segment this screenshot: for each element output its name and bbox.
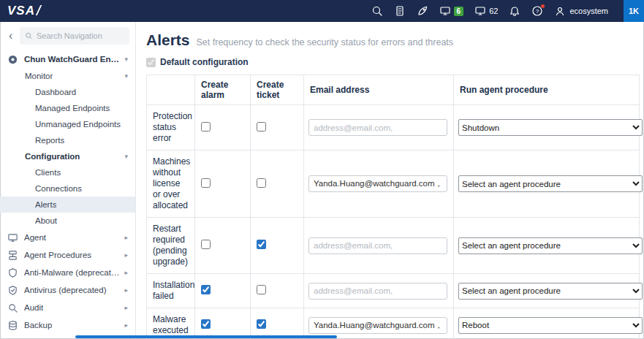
sidebar-item-dashboard[interactable]: Dashboard (0, 84, 135, 100)
table-row-malware-executed: Malware executed Reboot (147, 308, 640, 339)
row-label: Machines without license or over allocat… (147, 151, 195, 218)
email-input[interactable] (308, 175, 447, 192)
sidebar-item-monitor[interactable]: Monitor ▾ (0, 68, 135, 84)
magnifier-icon (7, 302, 18, 313)
header-run-agent-procedure: Run agent procedure (454, 75, 640, 105)
create-ticket-checkbox[interactable] (257, 122, 266, 132)
topbar: VSA 6 62 (0, 0, 644, 22)
chevron-right-icon: ▸ (120, 251, 128, 259)
online-count-badge: 6 (454, 7, 464, 16)
sidebar-item-unmanaged-endpoints[interactable]: Unmanaged Endpoints (0, 116, 135, 132)
sidebar-item-agent[interactable]: Agent ▸ (0, 229, 135, 246)
sidebar-item-configuration[interactable]: Configuration ▾ (0, 148, 135, 164)
agent-procedure-select[interactable]: Select an agent procedure (458, 175, 643, 192)
header-create-alarm: Create alarm (195, 75, 251, 105)
create-alarm-checkbox[interactable] (201, 319, 211, 329)
row-label: Restart required (pending upgrade) (147, 218, 195, 274)
monitor-icon (7, 232, 18, 243)
create-ticket-checkbox[interactable] (257, 178, 266, 188)
vsa-logo: VSA (7, 4, 39, 18)
help-icon[interactable]: ? (531, 5, 543, 17)
bell-icon[interactable] (509, 5, 520, 17)
chevron-down-icon: ▾ (120, 72, 128, 80)
launch-icon[interactable] (417, 5, 428, 17)
sidebar-item-alerts[interactable]: Alerts (0, 197, 135, 213)
email-input[interactable] (308, 237, 447, 254)
table-row-protection-status-error: Protection status error Shutdown (147, 105, 640, 151)
create-alarm-checkbox[interactable] (201, 240, 211, 249)
agent-procedure-select[interactable]: Reboot (458, 317, 643, 334)
user-menu[interactable]: ecosystem (554, 5, 608, 17)
tenant-badge[interactable]: 1K (624, 0, 644, 22)
chevron-right-icon: ▸ (120, 286, 128, 294)
row-label: Malware executed (147, 308, 195, 339)
create-ticket-checkbox[interactable] (257, 240, 266, 249)
document-icon[interactable] (394, 5, 406, 17)
create-ticket-checkbox[interactable] (257, 319, 266, 329)
sidebar-item-agent-procedures[interactable]: Agent Procedures ▸ (0, 246, 135, 264)
shield-check-icon (7, 285, 18, 296)
user-icon (554, 5, 566, 17)
vsa-app: VSA 6 62 (0, 0, 644, 339)
sidebar-search (20, 27, 129, 45)
agents-total-counter[interactable]: 62 (474, 5, 498, 17)
user-label: ecosystem (569, 7, 608, 15)
sidebar-item-managed-endpoints[interactable]: Managed Endpoints (0, 100, 135, 116)
sidebar-item-anti-malware[interactable]: Anti-Malware (deprecated) ▸ (0, 264, 135, 281)
database-icon (7, 320, 18, 331)
main-content: Alerts Set frequency to check the securi… (136, 22, 644, 339)
sidebar-item-clients[interactable]: Clients (0, 164, 135, 180)
monitor-online-icon (439, 5, 451, 17)
agent-procedure-select[interactable]: Shutdown (458, 119, 643, 136)
chevron-down-icon: ▾ (120, 153, 128, 160)
nav-search-input[interactable] (37, 31, 124, 40)
shield-icon (7, 267, 18, 278)
table-row-installation-failed: Installation failed Select an agent proc… (147, 274, 640, 308)
chevron-right-icon: ▸ (120, 234, 128, 241)
page-title: Alerts (146, 31, 190, 49)
header-email-address: Email address (304, 75, 454, 105)
agents-online-counter[interactable]: 6 (439, 5, 464, 17)
sidebar-item-audit[interactable]: Audit ▸ (0, 299, 135, 316)
create-alarm-checkbox[interactable] (201, 285, 211, 294)
create-alarm-checkbox[interactable] (201, 122, 211, 132)
email-input[interactable] (308, 317, 447, 334)
procedures-icon (7, 250, 18, 261)
header-create-ticket: Create ticket (251, 75, 304, 105)
sidebar-item-connections[interactable]: Connections (0, 180, 135, 197)
topbar-actions: 6 62 ? ecosystem 1K (371, 0, 644, 22)
agent-procedure-select[interactable]: Select an agent procedure (458, 237, 643, 254)
create-alarm-checkbox[interactable] (201, 178, 211, 188)
chevron-right-icon: ▸ (120, 304, 128, 311)
default-configuration-checkbox[interactable] (146, 58, 156, 67)
search-icon[interactable] (371, 5, 383, 17)
create-ticket-checkbox[interactable] (257, 285, 266, 294)
page-subtitle: Set frequency to check the security stat… (197, 37, 454, 47)
svg-text:?: ? (536, 8, 539, 15)
row-label: Protection status error (147, 105, 195, 151)
alerts-table: Create alarm Create ticket Email address… (146, 75, 640, 339)
sidebar-item-antivirus[interactable]: Antivirus (deprecated) ▸ (0, 281, 135, 299)
horizontal-scrollbar-thumb[interactable] (75, 335, 337, 338)
table-row-machines-without-license: Machines without license or over allocat… (147, 151, 640, 218)
sidebar: ‹ Chun WatchGuard Endpoint ... ▾ Monitor… (0, 22, 136, 339)
email-input[interactable] (308, 119, 447, 136)
sidebar-item-about[interactable]: About (0, 213, 135, 229)
monitor-total-icon (474, 5, 486, 17)
row-label: Installation failed (147, 274, 195, 308)
sidebar-item-backup[interactable]: Backup ▸ (0, 316, 135, 334)
agent-procedure-select[interactable]: Select an agent procedure (458, 283, 643, 300)
module-icon (7, 54, 18, 65)
table-row-restart-required: Restart required (pending upgrade) Selec… (147, 218, 640, 274)
chevron-right-icon: ▸ (120, 321, 128, 329)
sidebar-item-module-root[interactable]: Chun WatchGuard Endpoint ... ▾ (0, 50, 135, 68)
sidebar-collapse-button[interactable]: ‹ (6, 28, 15, 43)
table-header-row: Create alarm Create ticket Email address… (147, 75, 640, 105)
email-input[interactable] (308, 283, 447, 300)
total-count-label: 62 (489, 7, 498, 15)
default-configuration-label: Default configuration (160, 57, 249, 67)
help-alert-dot (540, 4, 545, 9)
sidebar-item-reports[interactable]: Reports (0, 132, 135, 148)
chevron-right-icon: ▸ (120, 269, 128, 276)
chevron-down-icon: ▾ (120, 56, 128, 63)
